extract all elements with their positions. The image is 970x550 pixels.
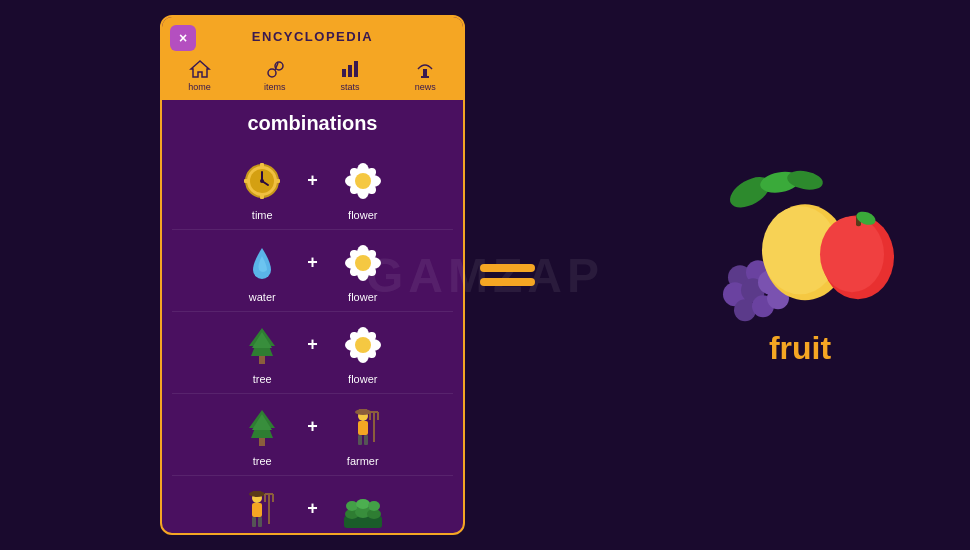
combo-time-label: time xyxy=(252,209,273,221)
svg-rect-65 xyxy=(252,517,256,527)
combo-item-flower-2: flower xyxy=(328,238,398,303)
combo-row-2: water + flower xyxy=(172,230,453,312)
svg-marker-0 xyxy=(191,61,209,77)
section-title-text: combinations xyxy=(247,112,377,134)
svg-point-47 xyxy=(355,337,371,353)
fruit-image xyxy=(690,162,910,322)
combo-item-flower-1: flower xyxy=(328,156,398,221)
water-icon xyxy=(237,238,287,288)
plus-2: + xyxy=(307,252,318,273)
equals-sign xyxy=(480,264,535,286)
combo-farmer-1-label: farmer xyxy=(347,455,379,467)
combo-row-5: farmer + orchard xyxy=(172,476,453,533)
encyclopedia-panel: × ENCYCLOPEDIA home items xyxy=(160,15,465,535)
svg-rect-13 xyxy=(244,179,249,183)
svg-rect-64 xyxy=(252,503,262,517)
plus-3: + xyxy=(307,334,318,355)
svg-point-92 xyxy=(820,216,884,292)
panel-header: × ENCYCLOPEDIA xyxy=(162,17,463,53)
svg-rect-6 xyxy=(354,61,358,77)
svg-rect-12 xyxy=(260,194,264,199)
close-button[interactable]: × xyxy=(170,25,196,51)
combo-tree-1-label: tree xyxy=(253,373,272,385)
combo-item-time: time xyxy=(227,156,297,221)
combo-row-1: time + xyxy=(172,148,453,230)
nav-bar: home items stats xyxy=(162,53,463,100)
combo-item-tree-1: tree xyxy=(227,320,297,385)
combo-row-3: tree + flower xyxy=(172,312,453,394)
combo-item-orchard: orchard xyxy=(328,484,398,533)
svg-rect-7 xyxy=(423,69,427,76)
svg-point-77 xyxy=(368,501,380,511)
svg-rect-63 xyxy=(253,491,261,495)
svg-point-17 xyxy=(260,179,264,183)
svg-rect-55 xyxy=(358,435,362,445)
farmer-icon-2 xyxy=(237,484,287,533)
close-icon: × xyxy=(179,30,187,46)
combinations-header: combinations xyxy=(162,100,463,143)
nav-stats-label: stats xyxy=(341,82,360,92)
combo-flower-2-label: flower xyxy=(348,291,377,303)
tree-icon-1 xyxy=(237,320,287,370)
nav-home[interactable]: home xyxy=(186,58,214,92)
flower-icon-3 xyxy=(338,320,388,370)
plus-1: + xyxy=(307,170,318,191)
flower-icon-2 xyxy=(338,238,388,288)
svg-point-75 xyxy=(346,501,358,511)
svg-rect-53 xyxy=(359,409,367,413)
home-icon xyxy=(186,58,214,80)
svg-rect-14 xyxy=(275,179,280,183)
nav-stats[interactable]: stats xyxy=(336,58,364,92)
orchard-icon xyxy=(338,484,388,533)
svg-rect-5 xyxy=(348,65,352,77)
combo-flower-3-label: flower xyxy=(348,373,377,385)
nav-items-label: items xyxy=(264,82,286,92)
plus-4: + xyxy=(307,416,318,437)
svg-point-1 xyxy=(268,69,276,77)
svg-point-26 xyxy=(355,173,371,189)
combo-item-water: water xyxy=(227,238,297,303)
svg-rect-4 xyxy=(342,69,346,77)
combo-item-flower-3: flower xyxy=(328,320,398,385)
combo-flower-1-label: flower xyxy=(348,209,377,221)
combo-water-label: water xyxy=(249,291,276,303)
svg-point-35 xyxy=(355,255,371,271)
tree-icon-2 xyxy=(237,402,287,452)
result-display: fruit xyxy=(690,162,910,367)
nav-news[interactable]: news xyxy=(411,58,439,92)
news-icon xyxy=(411,58,439,80)
svg-rect-56 xyxy=(364,435,368,445)
stats-icon xyxy=(336,58,364,80)
svg-rect-11 xyxy=(260,163,264,168)
time-icon xyxy=(237,156,287,206)
combo-item-tree-2: tree xyxy=(227,402,297,467)
nav-news-label: news xyxy=(415,82,436,92)
combo-tree-2-label: tree xyxy=(253,455,272,467)
equals-bar-top xyxy=(480,264,535,272)
svg-rect-66 xyxy=(258,517,262,527)
nav-home-label: home xyxy=(188,82,211,92)
equals-bar-bottom xyxy=(480,278,535,286)
plus-5: + xyxy=(307,498,318,519)
items-icon xyxy=(261,58,289,80)
farmer-icon-1 xyxy=(338,402,388,452)
combo-row-4: tree + xyxy=(172,394,453,476)
panel-title: ENCYCLOPEDIA xyxy=(252,29,373,44)
svg-rect-54 xyxy=(358,421,368,435)
result-label: fruit xyxy=(769,330,831,367)
combo-item-farmer-2: farmer xyxy=(227,484,297,533)
combo-item-farmer-1: farmer xyxy=(328,402,398,467)
combinations-list[interactable]: time + xyxy=(162,143,463,533)
svg-point-76 xyxy=(356,499,370,509)
flower-icon-1 xyxy=(338,156,388,206)
nav-items[interactable]: items xyxy=(261,58,289,92)
svg-rect-8 xyxy=(421,76,429,78)
